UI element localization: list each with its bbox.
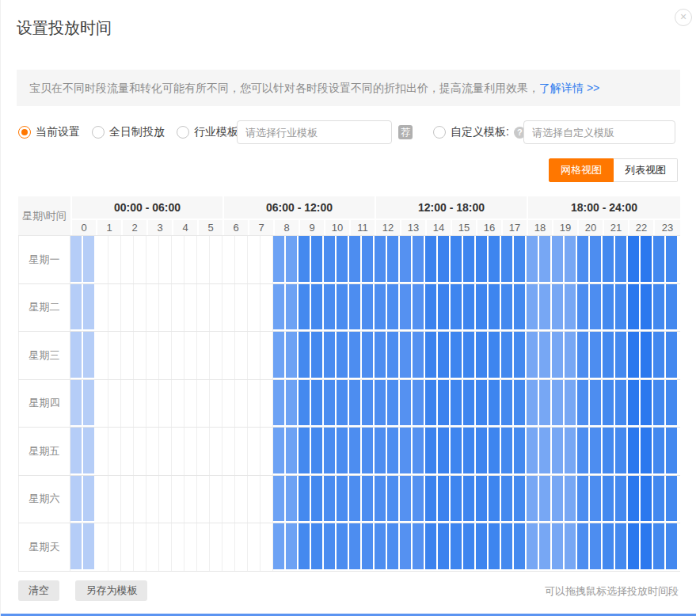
time-cell[interactable] (514, 284, 527, 332)
time-cell[interactable] (159, 332, 172, 379)
time-cell[interactable] (451, 284, 463, 332)
time-cell[interactable] (362, 428, 375, 475)
time-cell[interactable] (400, 236, 413, 283)
time-cell[interactable] (552, 332, 565, 379)
time-cell[interactable] (70, 428, 83, 475)
time-cell[interactable] (324, 380, 337, 428)
time-cell[interactable] (590, 476, 603, 523)
time-cell[interactable] (362, 523, 375, 571)
time-cell[interactable] (172, 284, 184, 332)
time-cell[interactable] (590, 284, 603, 332)
time-cell[interactable] (387, 428, 400, 475)
time-cell[interactable] (197, 476, 210, 523)
time-cell[interactable] (653, 284, 666, 332)
time-cell[interactable] (146, 428, 159, 475)
time-cell[interactable] (501, 476, 514, 523)
time-cell[interactable] (248, 380, 261, 428)
time-cell[interactable] (463, 332, 476, 379)
time-cell[interactable] (438, 284, 451, 332)
time-cell[interactable] (235, 476, 248, 523)
time-cell[interactable] (375, 236, 387, 283)
time-cell[interactable] (311, 428, 324, 475)
time-cell[interactable] (615, 284, 628, 332)
time-cell[interactable] (628, 523, 641, 571)
time-cell[interactable] (387, 236, 400, 283)
time-cell[interactable] (463, 236, 476, 283)
time-cell[interactable] (324, 332, 337, 379)
time-cell[interactable] (590, 380, 603, 428)
time-cell[interactable] (375, 284, 387, 332)
time-cell[interactable] (666, 332, 679, 379)
time-cell[interactable] (70, 380, 83, 428)
time-cell[interactable] (273, 284, 286, 332)
time-cell[interactable] (413, 332, 425, 379)
time-cell[interactable] (425, 476, 438, 523)
time-cell[interactable] (324, 284, 337, 332)
time-cell[interactable] (337, 428, 349, 475)
time-cell[interactable] (476, 332, 489, 379)
time-cell[interactable] (337, 284, 349, 332)
time-cell[interactable] (134, 380, 146, 428)
time-cell[interactable] (451, 380, 463, 428)
time-cell[interactable] (222, 428, 235, 475)
time-cell[interactable] (565, 284, 577, 332)
time-cell[interactable] (615, 332, 628, 379)
time-cell[interactable] (286, 284, 299, 332)
time-cell[interactable] (235, 236, 248, 283)
time-cell[interactable] (438, 476, 451, 523)
time-cell[interactable] (425, 284, 438, 332)
time-cell[interactable] (463, 428, 476, 475)
time-cell[interactable] (425, 380, 438, 428)
time-cell[interactable] (83, 284, 96, 332)
time-cell[interactable] (577, 380, 590, 428)
time-cell[interactable] (653, 523, 666, 571)
time-cell[interactable] (235, 523, 248, 571)
time-cell[interactable] (261, 284, 273, 332)
time-cell[interactable] (514, 332, 527, 379)
time-cell[interactable] (552, 380, 565, 428)
time-cell[interactable] (121, 380, 134, 428)
time-cell[interactable] (501, 523, 514, 571)
radio-custom-template[interactable]: 自定义模板: ? (433, 120, 526, 144)
time-cell[interactable] (615, 476, 628, 523)
time-cell[interactable] (146, 380, 159, 428)
time-cell[interactable] (527, 523, 539, 571)
time-cell[interactable] (248, 428, 261, 475)
time-cell[interactable] (666, 236, 679, 283)
save-as-template-button[interactable]: 另存为模板 (75, 580, 147, 601)
time-cell[interactable] (134, 523, 146, 571)
time-cell[interactable] (286, 380, 299, 428)
time-cell[interactable] (628, 476, 641, 523)
time-cell[interactable] (590, 428, 603, 475)
time-cell[interactable] (184, 428, 197, 475)
time-cell[interactable] (210, 236, 222, 283)
time-cell[interactable] (400, 380, 413, 428)
time-cell[interactable] (222, 476, 235, 523)
time-cell[interactable] (286, 236, 299, 283)
time-cell[interactable] (628, 380, 641, 428)
time-cell[interactable] (501, 284, 514, 332)
time-cell[interactable] (362, 236, 375, 283)
time-cell[interactable] (539, 380, 552, 428)
time-cell[interactable] (70, 523, 83, 571)
time-cell[interactable] (286, 523, 299, 571)
time-cell[interactable] (666, 380, 679, 428)
time-cell[interactable] (134, 332, 146, 379)
time-cell[interactable] (248, 523, 261, 571)
time-cell[interactable] (476, 523, 489, 571)
tab-grid-view[interactable]: 网格视图 (549, 158, 614, 182)
time-cell[interactable] (438, 380, 451, 428)
time-cell[interactable] (299, 428, 311, 475)
time-cell[interactable] (565, 476, 577, 523)
time-cell[interactable] (172, 523, 184, 571)
time-cell[interactable] (438, 332, 451, 379)
time-cell[interactable] (311, 236, 324, 283)
time-cell[interactable] (552, 428, 565, 475)
time-cell[interactable] (451, 523, 463, 571)
tab-list-view[interactable]: 列表视图 (614, 158, 678, 182)
time-cell[interactable] (375, 476, 387, 523)
time-cell[interactable] (349, 380, 362, 428)
time-cell[interactable] (96, 284, 108, 332)
time-cell[interactable] (539, 284, 552, 332)
time-cell[interactable] (666, 284, 679, 332)
